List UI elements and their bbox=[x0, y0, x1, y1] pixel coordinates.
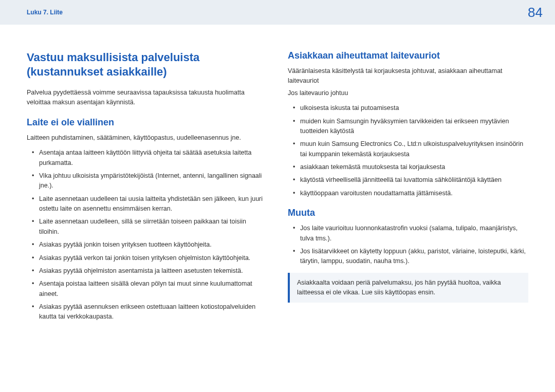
section1-list: Asentaja antaa laitteen käyttöön liittyv… bbox=[27, 148, 267, 322]
list-item: Asentaja poistaa laitteen sisällä olevan… bbox=[34, 279, 267, 299]
page-number: 84 bbox=[528, 5, 543, 21]
list-item: Asentaja antaa laitteen käyttöön liittyv… bbox=[34, 148, 267, 168]
list-item: Asiakas pyytää jonkin toisen yrityksen t… bbox=[34, 240, 267, 250]
list-item: asiakkaan tekemästä muutoksesta tai korj… bbox=[295, 162, 528, 172]
list-item: Laite asennetaan uudelleen, sillä se sii… bbox=[34, 217, 267, 237]
intro-text: Palvelua pyydettäessä voimme seuraavissa… bbox=[27, 88, 267, 108]
section1-heading: Laite ei ole viallinen bbox=[27, 117, 267, 128]
right-column: Asiakkaan aiheuttamat laitevauriot Väärä… bbox=[288, 50, 528, 325]
list-item: Jos lisätarvikkeet on käytetty loppuun (… bbox=[295, 247, 528, 267]
section2-list: ulkoisesta iskusta tai putoamisesta muid… bbox=[288, 103, 528, 198]
section3-list: Jos laite vaurioituu luonnonkatastrofin … bbox=[288, 223, 528, 267]
main-heading: Vastuu maksullisista palveluista (kustan… bbox=[27, 50, 267, 79]
list-item: Laite asennetaan uudelleen tai uusia lai… bbox=[34, 194, 267, 214]
section2-heading: Asiakkaan aiheuttamat laitevauriot bbox=[288, 50, 528, 61]
list-item: muiden kuin Samsungin hyväksymien tarvik… bbox=[295, 117, 528, 137]
left-column: Vastuu maksullisista palveluista (kustan… bbox=[27, 50, 267, 325]
note-callout: Asiakkaalta voidaan periä palvelumaksu, … bbox=[288, 273, 528, 303]
list-item: käytöstä virheellisellä jännitteellä tai… bbox=[295, 175, 528, 185]
list-item: Vika johtuu ulkoisista ympäristötekijöis… bbox=[34, 171, 267, 191]
chapter-label: Luku 7. Liite bbox=[27, 9, 63, 16]
list-item: muun kuin Samsung Electronics Co., Ltd:n… bbox=[295, 139, 528, 159]
page-content: Vastuu maksullisista palveluista (kustan… bbox=[0, 25, 555, 325]
list-item: Asiakas pyytää ohjelmiston asentamista j… bbox=[34, 266, 267, 276]
page-header: Luku 7. Liite 84 bbox=[0, 0, 555, 25]
list-item: Asiakas pyytää verkon tai jonkin toisen … bbox=[34, 253, 267, 263]
section2-intro1: Vääränlaisesta käsittelystä tai korjauks… bbox=[288, 66, 528, 86]
list-item: Jos laite vaurioituu luonnonkatastrofin … bbox=[295, 223, 528, 244]
section2-intro2: Jos laitevaurio johtuu bbox=[288, 88, 528, 98]
list-item: Asiakas pyytää asennuksen erikseen ostet… bbox=[34, 302, 267, 322]
list-item: käyttöoppaan varoitusten noudattamatta j… bbox=[295, 189, 528, 198]
list-item: ulkoisesta iskusta tai putoamisesta bbox=[295, 103, 528, 113]
section1-intro: Laitteen puhdistaminen, säätäminen, käyt… bbox=[27, 133, 267, 143]
section3-heading: Muuta bbox=[288, 208, 528, 218]
